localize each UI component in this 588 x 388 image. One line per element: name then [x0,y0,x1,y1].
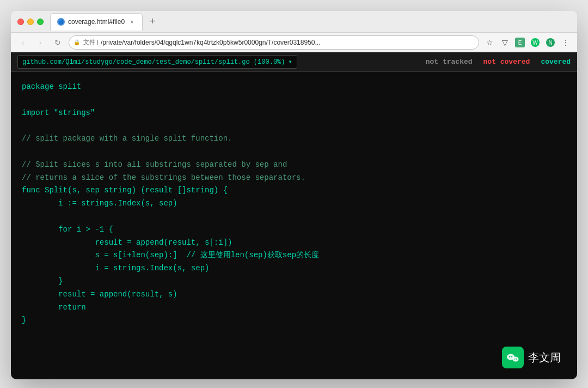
dropdown-icon: ▾ [288,58,292,66]
extension-icon-1[interactable]: ▽ [499,37,511,48]
code-line-7: // Split slices s into all substrings se… [22,159,566,172]
svg-point-8 [511,356,512,357]
coverage-legend: not tracked not covered covered [426,58,571,66]
minimize-button[interactable] [27,19,34,25]
code-line-4 [22,119,566,132]
covered-label: covered [541,58,571,66]
bottom-bar: 李文周 [11,336,577,379]
toolbar-icons: ☆ ▽ E W N ⋮ [483,37,572,48]
forward-button[interactable]: › [34,36,47,49]
code-line-19: } [22,314,566,327]
code-line-16: } [22,275,566,288]
svg-point-10 [514,359,516,360]
watermark-text: 李文周 [528,350,561,365]
address-bar[interactable]: 🔒 文件 | /private/var/folders/04/qgqlc1wn7… [69,35,479,50]
svg-point-11 [516,359,517,360]
back-button[interactable]: ‹ [16,36,29,49]
file-selector[interactable]: github.com/Q1mi/studygo/code_demo/test_d… [17,55,297,69]
svg-text:W: W [532,40,538,46]
code-line-2 [22,94,566,107]
browser-window: 🔵 coverage.html#file0 × + ‹ › ↻ 🔒 文件 | /… [11,11,577,379]
coverage-toolbar: github.com/Q1mi/studygo/code_demo/test_d… [11,52,577,72]
address-scheme: 文件 | [83,38,99,46]
svg-text:N: N [548,40,552,46]
maximize-button[interactable] [37,19,44,25]
extension-icon-4[interactable]: N [544,37,556,48]
code-line-14: s = s[i+len(sep):] // 这里使用len(sep)获取sep的… [22,249,566,262]
code-line-3: import "strings" [22,107,566,120]
code-line-8: // returns a slice of the substrings bet… [22,172,566,185]
bookmark-icon[interactable]: ☆ [483,37,495,48]
menu-button[interactable]: ⋮ [560,37,572,48]
tab-bar: 🔵 coverage.html#file0 × + [50,13,571,31]
extension-icon-3[interactable]: W [529,37,541,48]
lock-icon: 🔒 [74,39,80,45]
code-line-6 [22,146,566,159]
code-line-1: package split [22,81,566,94]
new-tab-button[interactable]: + [145,14,160,29]
code-area: package split import "strings" // split … [11,72,577,336]
watermark: 李文周 [502,347,561,368]
extension-icon-2[interactable]: E [514,37,526,48]
close-button[interactable] [17,19,24,25]
code-line-13: result = append(result, s[:i]) [22,237,566,250]
not-tracked-label: not tracked [426,58,473,66]
address-bar-row: ‹ › ↻ 🔒 文件 | /private/var/folders/04/qgq… [11,33,577,52]
svg-text:E: E [518,40,522,46]
traffic-lights [17,19,44,25]
code-line-9: func Split(s, sep string) (result []stri… [22,184,566,197]
svg-point-9 [513,357,519,362]
tab-title: coverage.html#file0 [68,18,125,26]
wechat-icon [502,347,524,368]
code-line-10: i := strings.Index(s, sep) [22,197,566,210]
code-line-17: result = append(result, s) [22,288,566,301]
title-bar: 🔵 coverage.html#file0 × + [11,11,577,33]
not-covered-label: not covered [483,58,530,66]
tab-close-button[interactable]: × [128,18,136,26]
address-text: /private/var/folders/04/qgqlc1wn7kq4trtz… [101,39,321,46]
tab-favicon: 🔵 [57,18,65,26]
code-line-18: return [22,301,566,314]
reload-button[interactable]: ↻ [51,36,64,49]
code-line-12: for i > -1 { [22,223,566,237]
active-tab[interactable]: 🔵 coverage.html#file0 × [50,13,143,31]
file-path: github.com/Q1mi/studygo/code_demo/test_d… [22,58,285,66]
code-line-5: // split package with a single split fun… [22,132,566,146]
code-line-11 [22,210,566,223]
svg-point-7 [509,356,510,357]
code-line-15: i = strings.Index(s, sep) [22,262,566,275]
